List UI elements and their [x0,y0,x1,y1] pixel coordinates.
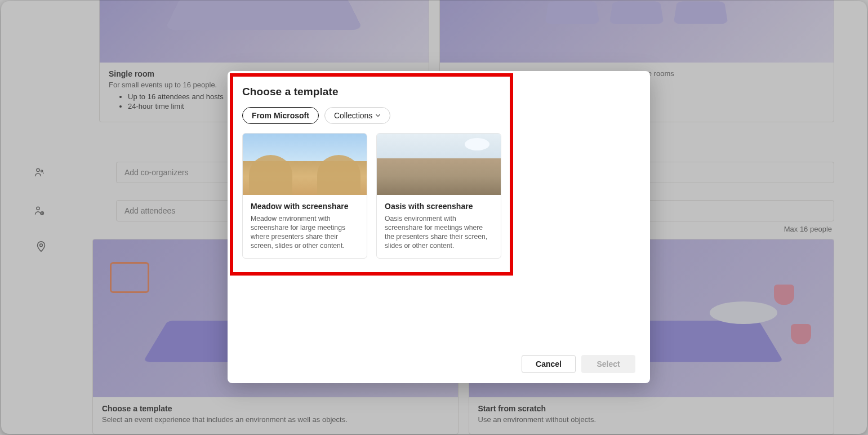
choose-template-modal: Choose a template From Microsoft Collect… [228,71,650,383]
template-card-meadow[interactable]: Meadow with screenshare Meadow environme… [242,133,367,259]
template-card-oasis[interactable]: Oasis with screenshare Oasis environment… [376,133,501,259]
cancel-button[interactable]: Cancel [522,355,576,373]
pill-from-microsoft[interactable]: From Microsoft [242,107,319,124]
template-title-oasis: Oasis with screenshare [385,202,493,211]
template-image-meadow [243,134,367,195]
pill-from-microsoft-label: From Microsoft [252,111,309,120]
pill-collections[interactable]: Collections [324,107,390,124]
pill-collections-label: Collections [334,111,372,120]
template-desc-oasis: Oasis environment with screenshare for m… [385,214,493,251]
modal-title: Choose a template [242,86,635,98]
template-desc-meadow: Meadow environment with screenshare for … [251,214,359,251]
template-title-meadow: Meadow with screenshare [251,202,359,211]
template-image-oasis [377,134,501,195]
select-button[interactable]: Select [581,355,635,373]
chevron-down-icon [375,113,381,118]
